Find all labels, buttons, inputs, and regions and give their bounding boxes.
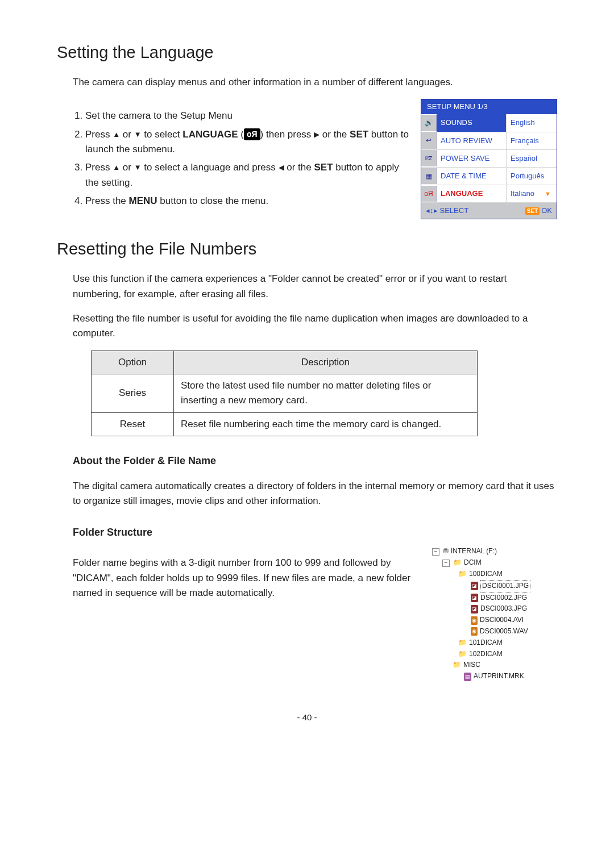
table-row: Reset Reset file numbering each time the… bbox=[92, 412, 478, 436]
heading-folder-structure: Folder Structure bbox=[73, 525, 557, 541]
left-triangle-icon: ◀ bbox=[279, 162, 284, 173]
tree-102dicam-label: 102DICAM bbox=[469, 649, 503, 660]
calendar-icon: ▦ bbox=[421, 168, 437, 185]
tree-100dicam-label: 100DICAM bbox=[469, 569, 503, 580]
tree-file-3: DSCI0004.AVI bbox=[480, 615, 524, 626]
heading-about-folder-file-name: About the Folder & File Name bbox=[73, 453, 557, 469]
drive-icon: ⛃ bbox=[443, 546, 449, 557]
osd-row-sounds: 🔊 SOUNDS English bbox=[421, 114, 557, 132]
folder-icon: 📁 bbox=[453, 557, 462, 569]
reset-paragraph-2: Resetting the file number is useful for … bbox=[73, 311, 557, 341]
tree-misc-label: MISC bbox=[463, 660, 480, 671]
folder-structure-paragraph: Folder name begins with a 3-digit number… bbox=[73, 556, 422, 600]
osd-row-powersave: ⎚z POWER SAVE Español bbox=[421, 150, 557, 168]
right-triangle-icon: ▶ bbox=[314, 129, 320, 140]
folder-icon: 📁 bbox=[458, 569, 467, 580]
option-series: Series bbox=[92, 374, 174, 412]
up-triangle-icon: ▲ bbox=[113, 129, 120, 140]
file-number-options-table: Option Description Series Store the late… bbox=[91, 350, 478, 436]
folder-icon: 📁 bbox=[453, 660, 461, 671]
option-reset: Reset bbox=[92, 412, 174, 436]
osd-item-sounds: SOUNDS bbox=[437, 114, 507, 131]
tree-file-4: DSCI0005.WAV bbox=[480, 626, 528, 637]
camera-setup-menu-osd: SETUP MENU 1/3 🔊 SOUNDS English ↩ AUTO R… bbox=[421, 99, 557, 219]
language-steps-list: Set the camera to the Setup Menu Press ▲… bbox=[73, 108, 410, 208]
avi-file-icon: ◉ bbox=[471, 616, 478, 625]
lang-step-3: Press ▲ or ▼ to select a language and pr… bbox=[85, 160, 410, 190]
speaker-icon: 🔊 bbox=[421, 115, 437, 131]
language-osd-icon: oЯ bbox=[421, 186, 437, 202]
osd-value-portugues: Português bbox=[507, 168, 557, 185]
folder-icon: 📁 bbox=[458, 649, 467, 660]
osd-value-espanol: Español bbox=[507, 150, 557, 167]
osd-footer: ◂↕▸ SELECT SETOK bbox=[421, 203, 557, 219]
reset-paragraph-1: Use this function if the camera experien… bbox=[73, 272, 557, 302]
osd-item-language: LANGUAGE bbox=[437, 185, 507, 202]
osd-ok-label: OK bbox=[541, 206, 552, 215]
col-option: Option bbox=[92, 350, 174, 374]
language-icon: oЯ bbox=[244, 128, 260, 141]
tree-101dicam-label: 101DICAM bbox=[469, 637, 503, 649]
down-triangle-icon: ▼ bbox=[134, 129, 142, 140]
tree-drive-label: INTERNAL (F:) bbox=[451, 546, 497, 557]
osd-select-label: SELECT bbox=[440, 205, 469, 216]
jpg-file-icon: ◪ bbox=[471, 594, 478, 602]
lang-intro-paragraph: The camera can display menus and other i… bbox=[73, 75, 557, 90]
folder-tree-diagram: − ⛃ INTERNAL (F:) − 📁 DCIM 📁 100DICAM ◪ … bbox=[432, 546, 557, 682]
lang-step-2: Press ▲ or ▼ to select LANGUAGE (oЯ) the… bbox=[85, 127, 410, 157]
more-down-icon: ▼ bbox=[545, 189, 553, 199]
option-reset-desc: Reset file numbering each time the memor… bbox=[174, 412, 478, 436]
osd-value-english: English bbox=[507, 114, 557, 131]
tree-collapse-icon: − bbox=[432, 548, 439, 556]
heading-setting-language: Setting the Language bbox=[57, 40, 557, 65]
heading-resetting-file-numbers: Resetting the File Numbers bbox=[57, 236, 557, 262]
folder-icon: 📁 bbox=[458, 637, 467, 649]
osd-row-autoreview: ↩ AUTO REVIEW Français bbox=[421, 132, 557, 150]
mrk-file-icon: ▤ bbox=[464, 673, 471, 681]
option-series-desc: Store the latest used file number no mat… bbox=[174, 374, 478, 412]
lang-step-1: Set the camera to the Setup Menu bbox=[85, 108, 410, 123]
lang-step-4: Press the MENU button to close the menu. bbox=[85, 194, 410, 208]
table-header-row: Option Description bbox=[92, 350, 478, 374]
nav-arrows-icon: ◂↕▸ bbox=[426, 205, 438, 216]
up-triangle-icon: ▲ bbox=[113, 162, 120, 173]
jpg-file-icon: ◪ bbox=[471, 605, 478, 614]
jpg-file-icon: ◪ bbox=[471, 582, 478, 590]
table-row: Series Store the latest used file number… bbox=[92, 374, 478, 412]
osd-item-powersave: POWER SAVE bbox=[437, 150, 507, 167]
osd-item-datetime: DATE & TIME bbox=[437, 168, 507, 185]
wav-file-icon: ◉ bbox=[471, 627, 478, 636]
set-chip: SET bbox=[525, 207, 540, 215]
battery-icon: ⎚z bbox=[421, 150, 437, 166]
tree-autprint-label: AUTPRINT.MRK bbox=[474, 671, 524, 682]
tree-file-1: DSCI0002.JPG bbox=[480, 592, 527, 604]
down-triangle-icon: ▼ bbox=[134, 162, 142, 173]
tree-dcim-label: DCIM bbox=[464, 557, 482, 569]
osd-item-autoreview: AUTO REVIEW bbox=[437, 132, 507, 149]
osd-value-italiano: Italiano▼ bbox=[507, 185, 557, 202]
tree-file-0: DSCI0001.JPG bbox=[480, 580, 530, 592]
osd-title: SETUP MENU 1/3 bbox=[421, 99, 557, 114]
col-description: Description bbox=[174, 350, 478, 374]
page-number: - 40 - bbox=[57, 711, 557, 724]
tree-file-2: DSCI0003.JPG bbox=[480, 603, 527, 615]
tree-collapse-icon: − bbox=[442, 560, 450, 567]
osd-value-francais: Français bbox=[507, 132, 557, 149]
osd-row-language: oЯ LANGUAGE Italiano▼ bbox=[421, 185, 557, 203]
osd-row-datetime: ▦ DATE & TIME Português bbox=[421, 168, 557, 185]
about-paragraph: The digital camera automatically creates… bbox=[73, 479, 557, 509]
return-icon: ↩ bbox=[421, 132, 437, 149]
